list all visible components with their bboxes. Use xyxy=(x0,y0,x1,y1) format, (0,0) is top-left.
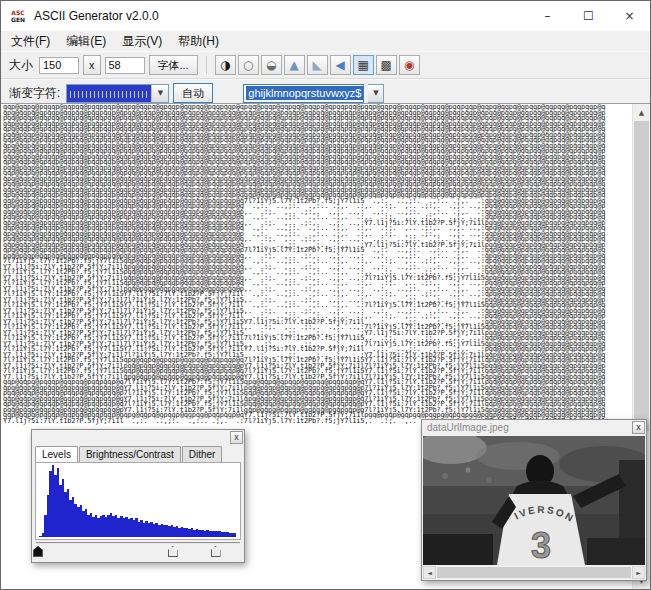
scroll-right-icon[interactable]: ► xyxy=(632,566,645,579)
auto-button[interactable]: 自动 xyxy=(173,83,213,103)
rotate-left-icon[interactable]: ◀ xyxy=(330,55,351,75)
close-button[interactable]: × xyxy=(609,1,650,31)
gradient-combobox-value xyxy=(67,85,151,102)
black-point-handle[interactable] xyxy=(33,546,43,557)
gradient-chars-label: 渐变字符: xyxy=(9,85,60,102)
chars-dropdown-icon[interactable]: ▼ xyxy=(368,84,384,103)
app-window: ASC GEN ASCII Generator v2.0.0 – ☐ × 文件(… xyxy=(0,0,651,590)
levels-slider-track[interactable] xyxy=(36,542,240,559)
minimize-button[interactable]: – xyxy=(527,1,568,31)
scrollbar-thumb[interactable] xyxy=(634,121,649,431)
main-toolbar: 大小 x 字体... ◑○◒▲◣◀▦▩◉ xyxy=(1,51,650,79)
menu-item-help[interactable]: 帮助(H) xyxy=(170,31,227,52)
app-icon: ASC GEN xyxy=(8,6,28,26)
gradient-combobox[interactable]: ▼ xyxy=(66,84,169,103)
levels-tabs: Levels Brightness/Contrast Dither xyxy=(32,444,244,462)
flip-vertical-icon[interactable]: ▲ xyxy=(284,55,305,75)
height-input[interactable] xyxy=(105,57,145,74)
image-mode-icon[interactable]: ▦ xyxy=(353,55,374,75)
color-icon[interactable]: ◉ xyxy=(399,55,420,75)
window-controls: – ☐ × xyxy=(527,1,650,31)
source-image: IVERSON 3 xyxy=(423,436,645,565)
maximize-button[interactable]: ☐ xyxy=(568,1,609,31)
brightness-icon[interactable]: ○ xyxy=(238,55,259,75)
menu-item-file[interactable]: 文件(F) xyxy=(3,31,58,52)
menu-bar: 文件(F) 编辑(E) 显示(V) 帮助(H) xyxy=(1,31,650,51)
tab-levels[interactable]: Levels xyxy=(35,446,78,463)
histogram xyxy=(35,462,241,540)
levels-window: x Levels Brightness/Contrast Dither xyxy=(31,429,245,563)
toolbar-separator xyxy=(206,56,207,74)
invert-icon[interactable]: ◒ xyxy=(261,55,282,75)
size-label: 大小 xyxy=(9,57,33,74)
chars-input[interactable]: ghijklmnopqrstuvwxyz$ xyxy=(243,84,364,103)
chevron-down-icon[interactable]: ▼ xyxy=(151,85,168,102)
window-title: ASCII Generator v2.0.0 xyxy=(34,9,159,23)
font-button[interactable]: 字体... xyxy=(149,55,198,75)
tab-brightness-contrast[interactable]: Brightness/Contrast xyxy=(79,446,181,462)
image-window-close-button[interactable]: x xyxy=(632,421,645,434)
histogram-bar xyxy=(234,533,237,537)
flip-horizontal-icon[interactable]: ◣ xyxy=(307,55,328,75)
hscrollbar-thumb[interactable] xyxy=(437,567,631,578)
levels-close-button[interactable]: x xyxy=(230,431,243,444)
menu-item-edit[interactable]: 编辑(E) xyxy=(58,31,114,52)
title-bar: ASC GEN ASCII Generator v2.0.0 – ☐ × xyxy=(1,1,650,31)
contrast-icon[interactable]: ◑ xyxy=(215,55,236,75)
level-handle[interactable] xyxy=(168,546,178,557)
player-photo: IVERSON 3 xyxy=(423,436,645,565)
menu-item-view[interactable]: 显示(V) xyxy=(114,31,170,52)
scroll-left-icon[interactable]: ◄ xyxy=(423,566,436,579)
jersey-number-text: 3 xyxy=(531,525,551,565)
text-mode-icon[interactable]: ▩ xyxy=(376,55,397,75)
horizontal-scrollbar[interactable]: ◄ ► xyxy=(423,566,645,579)
toolbar-icon-strip: ◑○◒▲◣◀▦▩◉ xyxy=(215,55,420,75)
ascii-art: gqp@gqpg@pqgqp@gqpgq@pgqpgqp@gqpg@qgpq@g… xyxy=(3,105,605,424)
level-handle[interactable] xyxy=(211,546,221,557)
image-window: dataUrlImage.jpeg x I xyxy=(421,419,647,581)
lock-ratio-button[interactable]: x xyxy=(83,55,101,75)
app-icon-text-top: ASC xyxy=(11,9,24,16)
width-input[interactable] xyxy=(39,57,79,74)
image-window-title: dataUrlImage.jpeg xyxy=(422,420,646,433)
app-icon-text-bottom: GEN xyxy=(11,16,25,23)
tab-dither[interactable]: Dither xyxy=(182,446,223,462)
chars-selected-text: ghijklmnopqrstuvwxyz$ xyxy=(246,86,363,100)
scroll-up-icon[interactable]: ▲ xyxy=(633,104,650,121)
